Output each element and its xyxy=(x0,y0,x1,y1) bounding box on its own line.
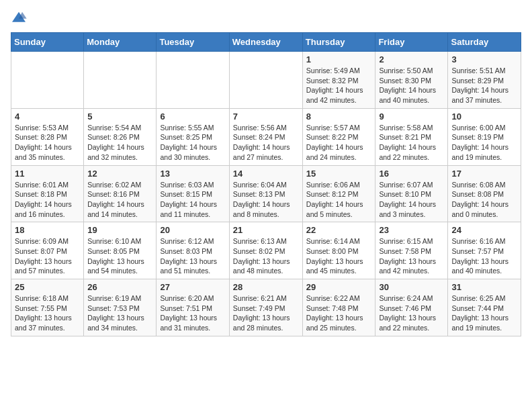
cell-content: Sunrise: 5:54 AM Sunset: 8:26 PM Dayligh… xyxy=(87,123,152,163)
day-number: 16 xyxy=(379,169,444,179)
cell-content: Sunrise: 6:10 AM Sunset: 8:05 PM Dayligh… xyxy=(87,236,152,276)
calendar-week-row: 4Sunrise: 5:53 AM Sunset: 8:28 PM Daylig… xyxy=(11,108,521,165)
calendar-cell xyxy=(157,52,229,109)
day-number: 25 xyxy=(15,282,80,292)
calendar-cell: 15Sunrise: 6:06 AM Sunset: 8:12 PM Dayli… xyxy=(302,165,375,222)
day-number: 29 xyxy=(306,282,372,292)
logo-icon xyxy=(11,11,27,24)
day-header-friday: Friday xyxy=(375,33,448,52)
calendar-week-row: 1Sunrise: 5:49 AM Sunset: 8:32 PM Daylig… xyxy=(11,52,521,109)
day-number: 21 xyxy=(233,225,299,235)
day-number: 1 xyxy=(306,54,372,64)
calendar-cell: 12Sunrise: 6:02 AM Sunset: 8:16 PM Dayli… xyxy=(84,165,157,222)
day-number: 14 xyxy=(233,169,299,179)
cell-content: Sunrise: 6:13 AM Sunset: 8:02 PM Dayligh… xyxy=(233,236,299,276)
calendar-cell: 25Sunrise: 6:18 AM Sunset: 7:55 PM Dayli… xyxy=(11,279,84,336)
calendar-cell: 24Sunrise: 6:16 AM Sunset: 7:57 PM Dayli… xyxy=(448,222,521,279)
day-number: 22 xyxy=(306,225,372,235)
cell-content: Sunrise: 5:50 AM Sunset: 8:30 PM Dayligh… xyxy=(379,66,444,105)
calendar-cell: 13Sunrise: 6:03 AM Sunset: 8:15 PM Dayli… xyxy=(157,165,229,222)
calendar-cell xyxy=(84,52,157,109)
day-header-sunday: Sunday xyxy=(11,33,84,52)
day-number: 28 xyxy=(233,282,299,292)
calendar-cell: 16Sunrise: 6:07 AM Sunset: 8:10 PM Dayli… xyxy=(375,165,448,222)
calendar-cell: 6Sunrise: 5:55 AM Sunset: 8:25 PM Daylig… xyxy=(157,108,229,165)
cell-content: Sunrise: 6:00 AM Sunset: 8:19 PM Dayligh… xyxy=(451,123,517,163)
cell-content: Sunrise: 6:12 AM Sunset: 8:03 PM Dayligh… xyxy=(160,236,225,276)
day-number: 9 xyxy=(379,111,444,122)
cell-content: Sunrise: 6:19 AM Sunset: 7:53 PM Dayligh… xyxy=(87,293,152,333)
day-number: 7 xyxy=(233,111,299,122)
cell-content: Sunrise: 6:18 AM Sunset: 7:55 PM Dayligh… xyxy=(15,293,80,333)
calendar-cell: 23Sunrise: 6:15 AM Sunset: 7:58 PM Dayli… xyxy=(375,222,448,279)
cell-content: Sunrise: 5:51 AM Sunset: 8:29 PM Dayligh… xyxy=(451,66,517,105)
day-number: 15 xyxy=(306,169,372,179)
cell-content: Sunrise: 6:07 AM Sunset: 8:10 PM Dayligh… xyxy=(379,180,444,220)
calendar-cell: 22Sunrise: 6:14 AM Sunset: 8:00 PM Dayli… xyxy=(302,222,375,279)
logo xyxy=(11,11,30,24)
cell-content: Sunrise: 5:55 AM Sunset: 8:25 PM Dayligh… xyxy=(160,123,225,163)
day-number: 6 xyxy=(160,111,225,122)
day-number: 10 xyxy=(451,111,517,122)
cell-content: Sunrise: 5:57 AM Sunset: 8:22 PM Dayligh… xyxy=(306,123,372,163)
calendar-cell: 17Sunrise: 6:08 AM Sunset: 8:08 PM Dayli… xyxy=(448,165,521,222)
cell-content: Sunrise: 5:58 AM Sunset: 8:21 PM Dayligh… xyxy=(379,123,444,163)
cell-content: Sunrise: 5:49 AM Sunset: 8:32 PM Dayligh… xyxy=(306,66,372,105)
calendar-cell: 11Sunrise: 6:01 AM Sunset: 8:18 PM Dayli… xyxy=(11,165,84,222)
calendar-cell: 20Sunrise: 6:12 AM Sunset: 8:03 PM Dayli… xyxy=(157,222,229,279)
calendar-header-row: SundayMondayTuesdayWednesdayThursdayFrid… xyxy=(11,33,521,52)
day-number: 2 xyxy=(379,54,444,64)
cell-content: Sunrise: 6:09 AM Sunset: 8:07 PM Dayligh… xyxy=(15,236,80,276)
calendar-cell: 27Sunrise: 6:20 AM Sunset: 7:51 PM Dayli… xyxy=(157,279,229,336)
day-number: 20 xyxy=(160,225,225,235)
day-number: 12 xyxy=(87,169,152,179)
day-number: 4 xyxy=(15,111,80,122)
day-number: 19 xyxy=(87,225,152,235)
cell-content: Sunrise: 5:53 AM Sunset: 8:28 PM Dayligh… xyxy=(15,123,80,163)
day-header-thursday: Thursday xyxy=(302,33,375,52)
calendar-cell: 31Sunrise: 6:25 AM Sunset: 7:44 PM Dayli… xyxy=(448,279,521,336)
calendar-week-row: 18Sunrise: 6:09 AM Sunset: 8:07 PM Dayli… xyxy=(11,222,521,279)
cell-content: Sunrise: 6:21 AM Sunset: 7:49 PM Dayligh… xyxy=(233,293,299,333)
calendar-cell: 1Sunrise: 5:49 AM Sunset: 8:32 PM Daylig… xyxy=(302,52,375,109)
calendar-cell: 18Sunrise: 6:09 AM Sunset: 8:07 PM Dayli… xyxy=(11,222,84,279)
calendar-week-row: 11Sunrise: 6:01 AM Sunset: 8:18 PM Dayli… xyxy=(11,165,521,222)
day-header-tuesday: Tuesday xyxy=(157,33,229,52)
calendar-cell xyxy=(229,52,302,109)
calendar-cell: 19Sunrise: 6:10 AM Sunset: 8:05 PM Dayli… xyxy=(84,222,157,279)
calendar-cell: 2Sunrise: 5:50 AM Sunset: 8:30 PM Daylig… xyxy=(375,52,448,109)
day-header-wednesday: Wednesday xyxy=(229,33,302,52)
calendar-cell: 30Sunrise: 6:24 AM Sunset: 7:46 PM Dayli… xyxy=(375,279,448,336)
day-number: 3 xyxy=(451,54,517,64)
cell-content: Sunrise: 6:02 AM Sunset: 8:16 PM Dayligh… xyxy=(87,180,152,220)
cell-content: Sunrise: 6:03 AM Sunset: 8:15 PM Dayligh… xyxy=(160,180,225,220)
cell-content: Sunrise: 6:25 AM Sunset: 7:44 PM Dayligh… xyxy=(451,293,517,333)
page-header xyxy=(11,11,521,24)
day-number: 17 xyxy=(451,169,517,179)
calendar-cell: 4Sunrise: 5:53 AM Sunset: 8:28 PM Daylig… xyxy=(11,108,84,165)
day-header-monday: Monday xyxy=(84,33,157,52)
cell-content: Sunrise: 6:15 AM Sunset: 7:58 PM Dayligh… xyxy=(379,236,444,276)
cell-content: Sunrise: 6:04 AM Sunset: 8:13 PM Dayligh… xyxy=(233,180,299,220)
day-number: 30 xyxy=(379,282,444,292)
day-number: 31 xyxy=(451,282,517,292)
cell-content: Sunrise: 6:08 AM Sunset: 8:08 PM Dayligh… xyxy=(451,180,517,220)
calendar-cell: 5Sunrise: 5:54 AM Sunset: 8:26 PM Daylig… xyxy=(84,108,157,165)
calendar-cell: 26Sunrise: 6:19 AM Sunset: 7:53 PM Dayli… xyxy=(84,279,157,336)
day-number: 18 xyxy=(15,225,80,235)
day-number: 26 xyxy=(87,282,152,292)
day-number: 8 xyxy=(306,111,372,122)
day-number: 13 xyxy=(160,169,225,179)
cell-content: Sunrise: 6:16 AM Sunset: 7:57 PM Dayligh… xyxy=(451,236,517,276)
calendar-cell: 21Sunrise: 6:13 AM Sunset: 8:02 PM Dayli… xyxy=(229,222,302,279)
calendar-cell: 29Sunrise: 6:22 AM Sunset: 7:48 PM Dayli… xyxy=(302,279,375,336)
calendar-cell: 8Sunrise: 5:57 AM Sunset: 8:22 PM Daylig… xyxy=(302,108,375,165)
calendar-cell: 14Sunrise: 6:04 AM Sunset: 8:13 PM Dayli… xyxy=(229,165,302,222)
cell-content: Sunrise: 6:01 AM Sunset: 8:18 PM Dayligh… xyxy=(15,180,80,220)
calendar-cell: 7Sunrise: 5:56 AM Sunset: 8:24 PM Daylig… xyxy=(229,108,302,165)
day-header-saturday: Saturday xyxy=(448,33,521,52)
cell-content: Sunrise: 6:24 AM Sunset: 7:46 PM Dayligh… xyxy=(379,293,444,333)
calendar-cell: 3Sunrise: 5:51 AM Sunset: 8:29 PM Daylig… xyxy=(448,52,521,109)
calendar-cell xyxy=(11,52,84,109)
cell-content: Sunrise: 6:06 AM Sunset: 8:12 PM Dayligh… xyxy=(306,180,372,220)
